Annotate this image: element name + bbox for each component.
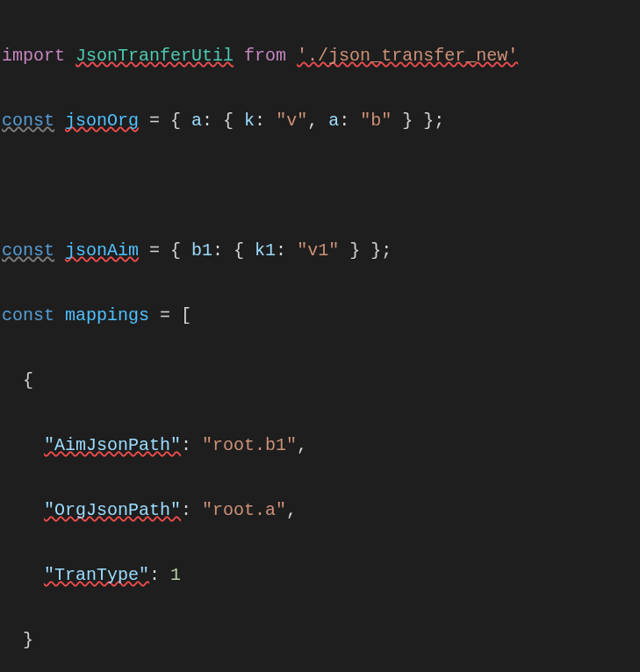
key-aimjsonpath: "AimJsonPath"	[44, 435, 181, 455]
punct: :	[181, 500, 202, 520]
string-b: "b"	[360, 111, 392, 131]
code-line-4: const jsonAim = { b1: { k1: "v1" } };	[2, 234, 640, 267]
brace-close: }	[2, 630, 33, 650]
punct: = {	[139, 111, 191, 131]
indent	[2, 435, 44, 455]
indent	[2, 565, 44, 585]
var-jsonaim: jsonAim	[65, 240, 139, 261]
punct: :	[339, 111, 360, 131]
code-line-5: const mappings = [	[2, 299, 640, 332]
code-line-2: const jsonOrg = { a: { k: "v", a: "b" } …	[2, 104, 640, 137]
keyword-const: const	[2, 305, 54, 325]
punct: ,	[307, 111, 328, 131]
punct: ,	[286, 500, 297, 520]
keyword-from: from	[244, 46, 286, 66]
punct: } };	[339, 240, 392, 261]
var-jsonorg: jsonOrg	[65, 111, 139, 131]
string-v1: "v1"	[297, 240, 339, 261]
punct: :	[276, 240, 297, 261]
punct: } };	[392, 111, 444, 131]
punct: ,	[297, 435, 307, 455]
prop-a2: a	[328, 111, 339, 131]
punct: :	[255, 111, 276, 131]
code-line-8: "OrgJsonPath": "root.a",	[2, 494, 640, 526]
punct: = [	[149, 305, 191, 325]
code-line-6: {	[2, 364, 640, 397]
val-roota: "root.a"	[202, 500, 286, 520]
prop-a: a	[191, 111, 202, 131]
key-trantype: "TranType"	[44, 565, 149, 585]
punct: :	[149, 565, 170, 585]
code-line-10: }	[2, 624, 640, 656]
keyword-import: import	[2, 46, 65, 66]
punct: = {	[139, 240, 191, 261]
key-orgjsonpath: "OrgJsonPath"	[44, 500, 181, 520]
brace-open: {	[2, 370, 33, 390]
punct: : {	[202, 111, 244, 131]
code-line-9: "TranType": 1	[2, 559, 640, 591]
string-v: "v"	[276, 111, 307, 131]
prop-b1: b1	[191, 240, 212, 261]
var-mappings: mappings	[65, 305, 149, 325]
punct: :	[181, 435, 202, 455]
import-path: './json_transfer_new'	[297, 46, 518, 66]
val-one: 1	[170, 565, 181, 585]
code-line-empty	[2, 169, 640, 202]
val-rootb1: "root.b1"	[202, 435, 297, 455]
keyword-const: const	[2, 240, 54, 261]
prop-k1: k1	[255, 240, 276, 261]
prop-k: k	[244, 111, 255, 131]
indent	[2, 500, 44, 520]
keyword-const: const	[2, 111, 54, 131]
code-line-1: import JsonTranferUtil from './json_tran…	[2, 39, 640, 72]
code-editor[interactable]: import JsonTranferUtil from './json_tran…	[0, 7, 640, 672]
class-identifier: JsonTranferUtil	[76, 46, 234, 66]
punct: : {	[212, 240, 255, 261]
code-line-7: "AimJsonPath": "root.b1",	[2, 429, 640, 461]
